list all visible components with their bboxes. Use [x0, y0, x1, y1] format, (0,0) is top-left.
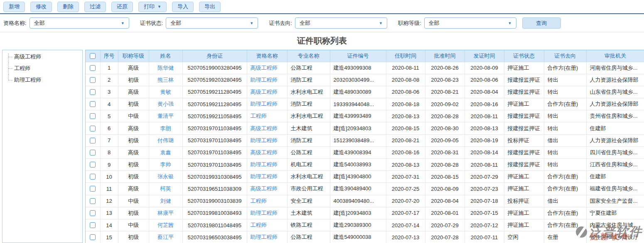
row-checkbox[interactable] [90, 89, 96, 95]
name-link[interactable]: 董清平 [157, 113, 174, 119]
column-header-id-number[interactable]: 身份证 [182, 50, 247, 62]
name-link[interactable]: 刘健 [160, 198, 171, 204]
toolbar-delete-button[interactable]: 删除 [57, 2, 79, 12]
qualification-link[interactable]: 高级工程师 [251, 125, 278, 131]
toolbar-filter-button[interactable]: 过滤 [84, 2, 106, 12]
qualification-link[interactable]: 助理工程师 [251, 137, 278, 143]
toolbar-export-button[interactable]: 导出 [199, 2, 221, 12]
column-header-approval-date[interactable]: 批准时间 [425, 50, 465, 62]
title-level-select[interactable]: 全部 ▼ [424, 17, 516, 29]
toolbar-import-button[interactable]: 导入 [172, 2, 194, 12]
search-button[interactable]: 查询 [522, 17, 561, 29]
name-link[interactable]: 何芷茜 [157, 222, 174, 228]
sidebar-tree-item-2[interactable]: 助理工程师 [7, 74, 82, 86]
cell-tenure-date: 2020-08-18 [386, 98, 425, 110]
toolbar-restore-button[interactable]: 还原 [111, 2, 133, 12]
table-row[interactable]: 9初级李帅520703197011038495助理工程师机电工程建造540038… [86, 159, 644, 171]
column-header-index[interactable]: 序号 [100, 50, 118, 62]
toolbar-modify-button[interactable]: 修改 [30, 2, 52, 12]
name-link[interactable]: 李朗 [160, 125, 171, 131]
name-link[interactable]: 熊三林 [157, 77, 174, 83]
column-header-title-level[interactable]: 职称等级 [118, 50, 149, 62]
table-row[interactable]: 13初级林康平520703199810038493助理工程师土木建筑建[造]20… [86, 207, 644, 219]
qualification-link[interactable]: 助理工程师 [251, 161, 278, 168]
select-all-header-cell [86, 50, 100, 62]
row-checkbox[interactable] [90, 65, 96, 71]
table-row[interactable]: 7初级付伟璐520703197011038495助理工程师消防工程1512390… [86, 134, 644, 146]
table-row[interactable]: 12中级刘健520703199003103839工程师安全工程400389409… [86, 195, 644, 207]
row-checkbox[interactable] [90, 138, 96, 143]
table-row[interactable]: 2初级熊三林520705199203280495助理工程师消防工程2032030… [86, 74, 644, 86]
sidebar-tree-item-0[interactable]: 高级工程师 [7, 51, 82, 63]
certificate-destination-select[interactable]: 全部 ▼ [295, 17, 387, 29]
row-checkbox[interactable] [90, 126, 96, 131]
cell-issue-date: 2020-07-12 [465, 219, 504, 231]
column-header-qualification[interactable]: 资格名称 [247, 50, 287, 62]
row-checkbox[interactable] [90, 101, 96, 107]
table-row[interactable]: 3高级黄敏520705199211280495高级工程师水利水电工程建造4890… [86, 86, 644, 98]
column-header-certificate-status[interactable]: 证书状态 [504, 50, 544, 62]
column-header-certificate-destination[interactable]: 证书去向 [544, 50, 586, 62]
name-link[interactable]: 林康平 [157, 210, 174, 216]
qualification-link[interactable]: 高级工程师 [251, 89, 278, 95]
table-row[interactable]: 11高级柯英520703196511038309高级工程师市政公用工程建造390… [86, 183, 644, 195]
cell-issue-date: 2020-07-11 [465, 231, 504, 243]
certificate-status-select[interactable]: 全部 ▼ [166, 17, 258, 29]
table-row[interactable]: 4初级黄小强520705199211280495助理工程师消防工程1933939… [86, 98, 644, 110]
qualification-link[interactable]: 工程师 [251, 198, 267, 204]
table-row[interactable]: 14中级何芷茜520703198011048495工程师铁路工程建造290389… [86, 219, 644, 231]
toolbar-add-button[interactable]: 新增 [3, 2, 25, 12]
column-header-tenure-date[interactable]: 任职时间 [386, 50, 425, 62]
qualification-link[interactable]: 助理工程师 [251, 234, 278, 240]
cell-qualification: 助理工程师 [247, 171, 287, 183]
sidebar-tree-item-1[interactable]: 工程师 [7, 63, 82, 74]
row-checkbox[interactable] [90, 113, 96, 119]
column-header-issue-date[interactable]: 发证时间 [465, 50, 504, 62]
name-link[interactable]: 黄敏 [160, 89, 171, 95]
row-checkbox[interactable] [90, 162, 96, 168]
qualification-link[interactable]: 助理工程师 [251, 77, 278, 83]
table-row[interactable]: 6高级李朗520703197011038495高级工程师土木建筑建[造]2093… [86, 122, 644, 134]
name-link[interactable]: 付伟璐 [157, 137, 174, 143]
name-link[interactable]: 黄小强 [157, 101, 174, 107]
qualification-link[interactable]: 高级工程师 [251, 65, 278, 71]
qualification-link[interactable]: 助理工程师 [251, 173, 278, 180]
table-row[interactable]: 15初级蔡江平520703196503038495助理工程师公路工程建造5490… [86, 231, 644, 243]
qualification-link[interactable]: 助理工程师 [251, 210, 278, 216]
toolbar-delete-label: 删除 [63, 3, 74, 10]
select-all-checkbox[interactable] [90, 53, 96, 59]
qualification-link[interactable]: 高级工程师 [251, 185, 278, 192]
name-link[interactable]: 李帅 [160, 161, 171, 168]
qualification-link[interactable]: 助理工程师 [251, 101, 278, 107]
table-row[interactable]: 10初级张永银520703199310308495助理工程师水利水电工程建[造]… [86, 171, 644, 183]
qualification-name-select[interactable]: 全部 ▼ [29, 17, 129, 29]
name-link[interactable]: 蔡江平 [157, 234, 174, 240]
row-checkbox[interactable] [90, 77, 96, 83]
qualification-link[interactable]: 工程师 [251, 222, 267, 228]
table-row[interactable]: 5中级董清平520705199211058495工程师水利水电工程建造43999… [86, 110, 644, 122]
cell-certificate-no: 建造549000038 [330, 231, 386, 243]
column-header-certificate-no[interactable]: 证件编号 [330, 50, 386, 62]
row-checkbox-cell [86, 74, 100, 86]
row-checkbox[interactable] [90, 234, 96, 240]
qualification-link[interactable]: 高级工程师 [251, 149, 278, 156]
column-header-name[interactable]: 姓名 [149, 50, 182, 62]
name-link[interactable]: 袁鑫 [160, 149, 171, 156]
row-checkbox[interactable] [90, 210, 96, 216]
column-header-major[interactable]: 专业名称 [287, 50, 330, 62]
cell-index: 15 [100, 231, 118, 243]
row-checkbox[interactable] [90, 198, 96, 204]
cell-approval-date: 2020-07-28 [425, 231, 465, 243]
row-checkbox[interactable] [90, 186, 96, 192]
column-header-approval-authority[interactable]: 审批机关 [586, 50, 644, 62]
toolbar-print-button[interactable]: 打印▼ [138, 2, 167, 12]
row-checkbox[interactable] [90, 150, 96, 156]
qualification-link[interactable]: 工程师 [251, 113, 267, 119]
name-link[interactable]: 柯英 [160, 185, 171, 192]
row-checkbox[interactable] [90, 222, 96, 228]
name-link[interactable]: 张永银 [157, 173, 174, 180]
table-row[interactable]: 8高级袁鑫520703197011038495高级工程师公路工程建造439008… [86, 146, 644, 158]
table-row[interactable]: 1高级陈华健520705199003280495高级工程师公路工程建造49309… [86, 62, 644, 74]
name-link[interactable]: 陈华健 [157, 65, 174, 71]
row-checkbox[interactable] [90, 174, 96, 180]
